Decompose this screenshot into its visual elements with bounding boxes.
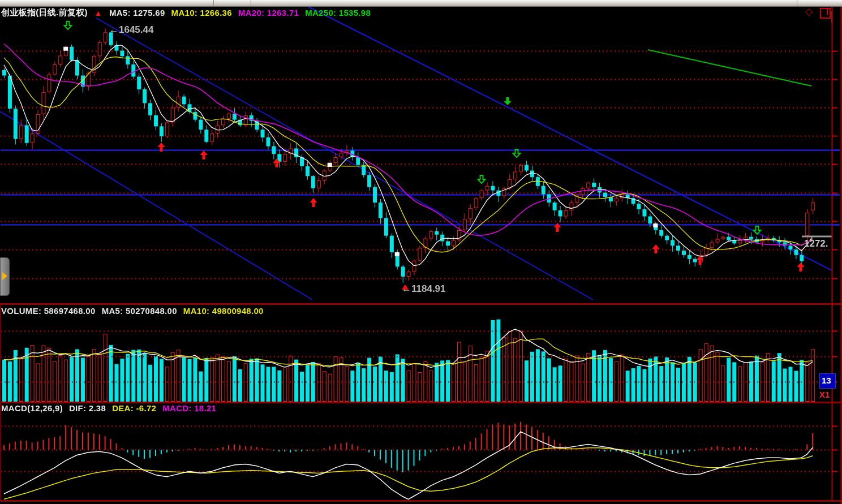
peak-price-annotation: ←1645.44 [109,24,153,36]
macd-params-label: MACD(12,26,9) [1,403,63,413]
last-price-label: 1272. [804,238,828,249]
volume-scale-multiplier: X1 [819,390,830,399]
window-icon-stem [831,11,832,23]
toolbar-separator [251,0,251,6]
diamond-icon[interactable]: ◇ [805,7,813,17]
sidebar-expand-handle[interactable] [0,257,10,296]
macd-value: MACD: 18.21 [162,403,216,413]
dif-value: DIF: 2.38 [69,403,106,413]
volume-value: VOLUME: 58697468.00 [1,306,96,316]
volume-panel-header: VOLUME: 58697468.00 MA5: 50270848.00 MA1… [1,306,264,316]
symbol-period-label: 创业板指(日线.前复权) [1,7,88,18]
macd-panel-header: MACD(12,26,9) DIF: 2.38 DEA: -6.72 MACD:… [1,403,216,413]
right-scale-badge: 13 [819,373,836,389]
toolbar-separator [213,0,214,6]
trough-price-annotation: ←1184.91 [402,283,446,295]
chart-canvas[interactable] [0,0,842,504]
ma250-value: MA250: 1535.98 [305,8,371,18]
volume-ma10-value: MA10: 49800948.00 [183,306,264,316]
arrow-left-icon: ← [402,283,411,294]
ma10-value: MA10: 1266.36 [171,8,232,18]
dea-value: DEA: -6.72 [112,403,156,413]
toolbar-separator [797,0,797,6]
toolbar-bottom-strip [0,0,842,7]
up-arrow-icon: ▲ [94,8,102,18]
volume-ma5-value: MA5: 50270848.00 [102,306,177,316]
peak-price-value: 1645.44 [119,24,153,35]
trading-app-window: 创业板指(日线.前复权) ▲ MA5: 1275.69 MA10: 1266.3… [0,0,842,504]
ma5-value: MA5: 1275.69 [109,8,165,18]
arrow-left-icon: ← [109,24,119,35]
window-panel-icon[interactable] [820,8,831,19]
window-panel-icon-divider [827,9,828,15]
ma20-value: MA20: 1263.71 [238,8,299,18]
main-chart-header: 创业板指(日线.前复权) ▲ MA5: 1275.69 MA10: 1266.3… [1,7,371,18]
trough-price-value: 1184.91 [411,283,446,294]
expand-right-icon [2,272,7,280]
